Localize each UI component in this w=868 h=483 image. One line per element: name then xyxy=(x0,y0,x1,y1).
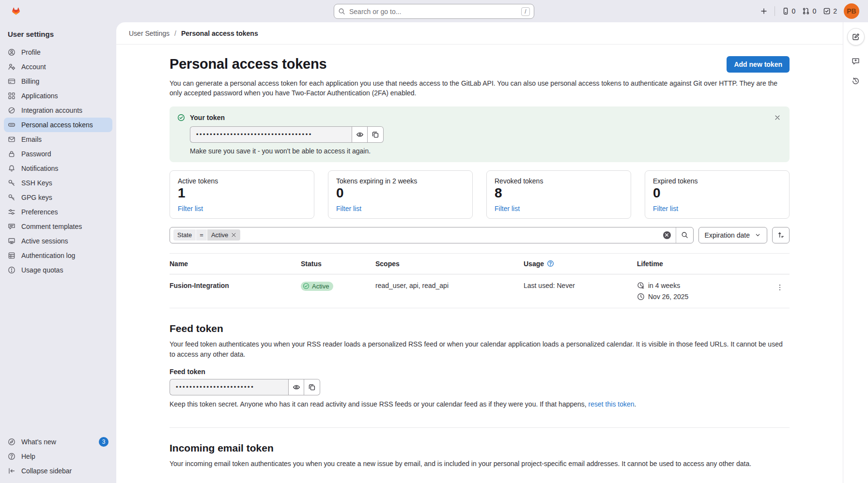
sidebar-item-active-sessions[interactable]: Active sessions xyxy=(4,234,112,248)
usage-help-icon[interactable] xyxy=(547,260,554,267)
search-icon xyxy=(681,231,688,239)
reset-feed-token-link[interactable]: reset this token xyxy=(589,400,635,408)
compass-icon xyxy=(8,438,16,446)
gitlab-logo-icon[interactable] xyxy=(9,4,23,18)
sort-field-dropdown[interactable]: Expiration date xyxy=(698,227,767,243)
apply-search-button[interactable] xyxy=(676,227,693,243)
chip-field[interactable]: State xyxy=(173,229,196,241)
collapse-label: Collapse sidebar xyxy=(21,467,72,475)
sidebar-item-notifications[interactable]: Notifications xyxy=(4,161,112,176)
lifetime-expiry: in 4 weeks xyxy=(648,282,680,289)
col-header-name: Name xyxy=(170,253,301,274)
feed-token-note: Keep this token secret. Anyone who has i… xyxy=(170,400,790,408)
copy-icon xyxy=(308,383,316,391)
merge-requests-counter[interactable]: 0 xyxy=(802,7,816,15)
issues-counter[interactable]: 0 xyxy=(782,7,796,15)
global-search-input[interactable]: Search or go to... / xyxy=(334,4,534,19)
token-usage: Last used: Never xyxy=(524,274,637,308)
table-row: Fusion-Integration Active read_user, api… xyxy=(170,274,790,308)
sidebar-item-label: Integration accounts xyxy=(21,106,82,114)
sidebar-item-label: Password xyxy=(21,150,51,158)
help-button[interactable]: Help xyxy=(4,449,112,464)
right-toolbar xyxy=(843,22,868,483)
reveal-token-button[interactable] xyxy=(352,126,368,143)
sliders-icon xyxy=(8,208,16,216)
copy-token-button[interactable] xyxy=(368,126,384,143)
filter-chip-state[interactable]: State = Active xyxy=(173,229,240,241)
feed-token-description: Your feed token authenticates you when y… xyxy=(170,339,790,360)
whats-new-badge: 3 xyxy=(99,437,108,447)
sidebar-item-label: Emails xyxy=(21,136,42,143)
row-actions-kebab-button[interactable] xyxy=(770,282,790,291)
create-new-button[interactable] xyxy=(760,7,768,15)
edit-button[interactable] xyxy=(847,28,865,45)
sidebar-item-label: Personal access tokens xyxy=(21,121,93,129)
incoming-email-token-heading: Incoming email token xyxy=(170,442,790,454)
new-token-field[interactable]: •••••••••••••••••••••••••••••••••• xyxy=(190,126,352,143)
settings-sidebar: User settings Profile Account Billing Ap… xyxy=(0,22,116,483)
chip-operator[interactable]: = xyxy=(196,229,207,241)
whats-new-button[interactable]: What's new 3 xyxy=(4,435,112,449)
quota-icon xyxy=(8,266,16,274)
chip-value[interactable]: Active xyxy=(207,229,240,241)
token-created-alert: Your token •••••••••••••••••••••••••••••… xyxy=(170,106,790,162)
alert-close-button[interactable] xyxy=(772,112,783,123)
sidebar-item-personal-access-tokens[interactable]: Personal access tokens xyxy=(4,118,112,132)
col-header-status: Status xyxy=(301,253,375,274)
comment-plus-icon xyxy=(852,57,860,65)
filter-list-link[interactable]: Filter list xyxy=(653,205,678,212)
sort-direction-button[interactable] xyxy=(772,227,790,243)
filtered-search-input[interactable]: State = Active xyxy=(170,227,694,243)
comment-plus-button[interactable] xyxy=(852,57,860,65)
sidebar-item-billing[interactable]: Billing xyxy=(4,74,112,89)
stat-label: Active tokens xyxy=(178,177,306,185)
stat-card-expired-tokens: Expired tokens 0 Filter list xyxy=(645,170,790,219)
history-button[interactable] xyxy=(852,77,860,85)
reveal-feed-token-button[interactable] xyxy=(288,379,304,395)
incoming-email-token-description: Your incoming email token authenticates … xyxy=(170,459,790,469)
integration-icon xyxy=(8,106,16,114)
todo-check-icon xyxy=(823,7,831,15)
sidebar-item-preferences[interactable]: Preferences xyxy=(4,205,112,219)
remove-chip-icon[interactable] xyxy=(231,232,236,238)
clear-icon xyxy=(665,233,669,237)
stat-card-expiring-tokens: Tokens expiring in 2 weeks 0 Filter list xyxy=(328,170,473,219)
clear-filter-button[interactable] xyxy=(663,231,671,239)
user-avatar[interactable]: PB xyxy=(844,3,859,19)
sidebar-item-gpg-keys[interactable]: GPG keys xyxy=(4,190,112,205)
filter-list-link[interactable]: Filter list xyxy=(178,205,203,212)
feed-token-field[interactable]: ••••••••••••••••••••••• xyxy=(170,379,288,395)
add-new-token-button[interactable]: Add new token xyxy=(727,56,790,73)
filter-list-link[interactable]: Filter list xyxy=(495,205,520,212)
sidebar-item-label: Usage quotas xyxy=(21,266,63,274)
sidebar-item-password[interactable]: Password xyxy=(4,147,112,161)
feed-note-period: . xyxy=(635,400,636,408)
applications-icon xyxy=(8,92,16,100)
account-icon xyxy=(8,63,16,71)
copy-feed-token-button[interactable] xyxy=(304,379,320,395)
token-stats: Active tokens 1 Filter list Tokens expir… xyxy=(170,170,790,219)
sidebar-item-account[interactable]: Account xyxy=(4,60,112,74)
sidebar-item-usage-quotas[interactable]: Usage quotas xyxy=(4,263,112,277)
sidebar-item-comment-templates[interactable]: Comment templates xyxy=(4,219,112,234)
collapse-sidebar-button[interactable]: Collapse sidebar xyxy=(4,464,112,478)
page-title: Personal access tokens xyxy=(170,56,326,72)
filter-bar: State = Active xyxy=(170,227,790,243)
sidebar-item-emails[interactable]: Emails xyxy=(4,132,112,147)
filter-list-link[interactable]: Filter list xyxy=(336,205,361,212)
sidebar-item-integration-accounts[interactable]: Integration accounts xyxy=(4,103,112,118)
lifetime-date: Nov 26, 2025 xyxy=(648,293,688,301)
sidebar-item-ssh-keys[interactable]: SSH Keys xyxy=(4,176,112,190)
breadcrumb-user-settings[interactable]: User Settings xyxy=(129,30,170,37)
sidebar-item-profile[interactable]: Profile xyxy=(4,45,112,60)
sidebar-item-applications[interactable]: Applications xyxy=(4,89,112,103)
sidebar-item-authentication-log[interactable]: Authentication log xyxy=(4,248,112,263)
issues-icon xyxy=(782,7,790,15)
search-placeholder: Search or go to... xyxy=(349,8,521,15)
sidebar-item-label: Account xyxy=(21,63,46,71)
todos-counter[interactable]: 2 xyxy=(823,7,837,15)
stat-value: 8 xyxy=(495,185,623,201)
tokens-table: Name Status Scopes Usage Lifetime xyxy=(170,253,790,308)
search-icon xyxy=(338,8,345,15)
breadcrumb-separator: / xyxy=(174,30,176,37)
